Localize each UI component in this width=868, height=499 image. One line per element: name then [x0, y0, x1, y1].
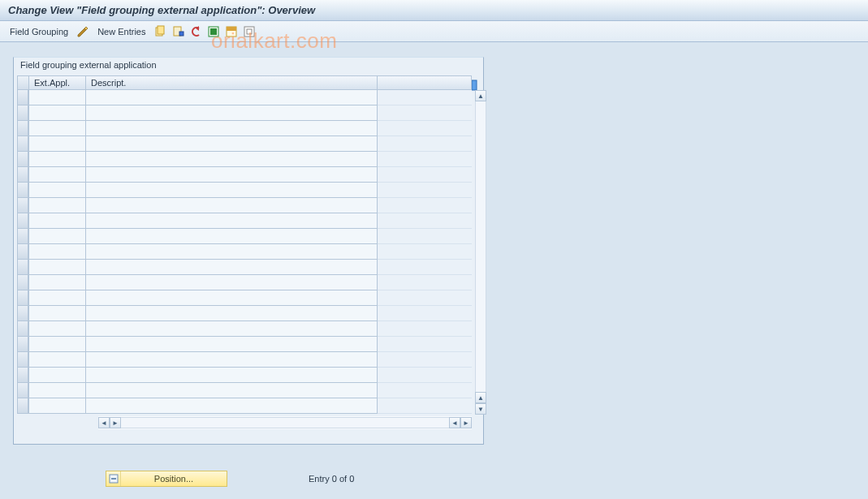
- row-header[interactable]: [17, 167, 28, 183]
- row-header[interactable]: [17, 398, 28, 414]
- row-header[interactable]: [17, 352, 28, 368]
- select-block-icon[interactable]: [225, 25, 238, 38]
- row-header[interactable]: [17, 105, 28, 121]
- row-header[interactable]: [17, 152, 28, 167]
- cell-descript[interactable]: [85, 229, 378, 244]
- cell-ext-appl[interactable]: [28, 398, 85, 414]
- table-row: [17, 306, 472, 321]
- row-header[interactable]: [17, 244, 28, 260]
- horizontal-scrollbar[interactable]: ◄ ► ◄ ►: [98, 416, 472, 429]
- cell-ext-appl[interactable]: [28, 290, 85, 306]
- row-header[interactable]: [17, 290, 28, 306]
- row-header[interactable]: [17, 321, 28, 337]
- cell-ext-appl[interactable]: [28, 275, 85, 290]
- cell-descript[interactable]: [85, 321, 378, 337]
- cell-descript[interactable]: [85, 121, 378, 136]
- cell-ext-appl[interactable]: [28, 121, 85, 136]
- position-button[interactable]: Position...: [106, 471, 227, 487]
- cell-blank: [378, 229, 472, 244]
- table-row: [17, 321, 472, 337]
- field-grouping-button[interactable]: Field Grouping: [6, 27, 71, 37]
- cell-ext-appl[interactable]: [28, 321, 85, 337]
- scroll-up-icon[interactable]: ▲: [475, 90, 486, 101]
- cell-descript[interactable]: [85, 383, 378, 398]
- row-header[interactable]: [17, 213, 28, 229]
- cell-descript[interactable]: [85, 368, 378, 383]
- cell-ext-appl[interactable]: [28, 229, 85, 244]
- copy-icon[interactable]: [153, 25, 166, 38]
- svg-rect-7: [227, 27, 236, 31]
- cell-blank: [378, 121, 472, 136]
- cell-ext-appl[interactable]: [28, 260, 85, 275]
- row-header[interactable]: [17, 183, 28, 198]
- scroll-left-icon[interactable]: ◄: [98, 417, 110, 428]
- cell-descript[interactable]: [85, 398, 378, 414]
- cell-descript[interactable]: [85, 352, 378, 368]
- row-header[interactable]: [17, 229, 28, 244]
- row-header[interactable]: [17, 198, 28, 213]
- cell-descript[interactable]: [85, 198, 378, 213]
- cell-ext-appl[interactable]: [28, 183, 85, 198]
- cell-descript[interactable]: [85, 290, 378, 306]
- cell-ext-appl[interactable]: [28, 244, 85, 260]
- change-icon[interactable]: [76, 25, 89, 38]
- row-header[interactable]: [17, 306, 28, 321]
- table-row: [17, 275, 472, 290]
- scroll-right-icon[interactable]: ►: [110, 417, 121, 428]
- cell-descript[interactable]: [85, 213, 378, 229]
- hscroll-track[interactable]: [121, 417, 449, 428]
- column-header-ext-appl[interactable]: Ext.Appl.: [28, 75, 85, 90]
- table-row: [17, 152, 472, 167]
- cell-descript[interactable]: [85, 337, 378, 352]
- cell-ext-appl[interactable]: [28, 198, 85, 213]
- scroll-right-icon-2[interactable]: ►: [460, 417, 472, 428]
- table-panel: Field grouping external application Ext.…: [13, 57, 484, 445]
- cell-descript[interactable]: [85, 152, 378, 167]
- svg-rect-8: [244, 27, 254, 37]
- column-header-descript[interactable]: Descript.: [85, 75, 378, 90]
- cell-descript[interactable]: [85, 136, 378, 152]
- cell-descript[interactable]: [85, 183, 378, 198]
- cell-descript[interactable]: [85, 105, 378, 121]
- select-all-icon[interactable]: [207, 25, 220, 38]
- cell-descript[interactable]: [85, 167, 378, 183]
- row-header[interactable]: [17, 383, 28, 398]
- cell-ext-appl[interactable]: [28, 152, 85, 167]
- table-row: [17, 136, 472, 152]
- new-entries-button[interactable]: New Entries: [94, 27, 149, 37]
- row-header[interactable]: [17, 337, 28, 352]
- row-header[interactable]: [17, 136, 28, 152]
- row-header[interactable]: [17, 121, 28, 136]
- undo-icon[interactable]: [189, 25, 202, 38]
- delete-icon[interactable]: [171, 25, 184, 38]
- cell-descript[interactable]: [85, 260, 378, 275]
- cell-ext-appl[interactable]: [28, 383, 85, 398]
- cell-descript[interactable]: [85, 306, 378, 321]
- vscroll-track[interactable]: [475, 101, 486, 392]
- cell-descript[interactable]: [85, 90, 378, 105]
- cell-ext-appl[interactable]: [28, 105, 85, 121]
- cell-descript[interactable]: [85, 244, 378, 260]
- row-header[interactable]: [17, 90, 28, 105]
- cell-blank: [378, 152, 472, 167]
- scroll-up-icon-2[interactable]: ▲: [475, 392, 486, 403]
- cell-ext-appl[interactable]: [28, 167, 85, 183]
- vertical-scrollbar[interactable]: ▲ ▲ ▼: [475, 90, 486, 415]
- row-header[interactable]: [17, 260, 28, 275]
- deselect-all-icon[interactable]: [243, 25, 256, 38]
- cell-ext-appl[interactable]: [28, 368, 85, 383]
- cell-descript[interactable]: [85, 275, 378, 290]
- cell-blank: [378, 260, 472, 275]
- row-header[interactable]: [17, 275, 28, 290]
- position-label: Position...: [121, 474, 227, 484]
- table-row: [17, 260, 472, 275]
- cell-ext-appl[interactable]: [28, 337, 85, 352]
- row-header[interactable]: [17, 368, 28, 383]
- cell-ext-appl[interactable]: [28, 213, 85, 229]
- cell-ext-appl[interactable]: [28, 136, 85, 152]
- cell-ext-appl[interactable]: [28, 352, 85, 368]
- scroll-left-icon-2[interactable]: ◄: [449, 417, 460, 428]
- cell-ext-appl[interactable]: [28, 90, 85, 105]
- cell-ext-appl[interactable]: [28, 306, 85, 321]
- scroll-down-icon[interactable]: ▼: [475, 403, 486, 415]
